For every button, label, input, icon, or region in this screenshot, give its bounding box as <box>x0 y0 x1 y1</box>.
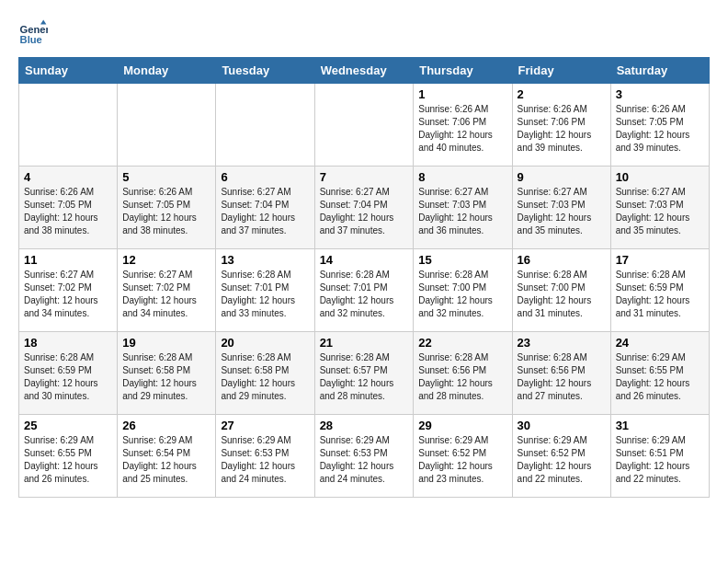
day-info: Sunrise: 6:27 AM Sunset: 7:03 PM Dayligh… <box>418 186 506 237</box>
calendar-table: SundayMondayTuesdayWednesdayThursdayFrid… <box>18 57 710 498</box>
day-cell: 3Sunrise: 6:26 AM Sunset: 7:05 PM Daylig… <box>610 84 709 167</box>
day-info: Sunrise: 6:27 AM Sunset: 7:04 PM Dayligh… <box>221 186 309 237</box>
day-cell: 7Sunrise: 6:27 AM Sunset: 7:04 PM Daylig… <box>314 167 414 249</box>
day-number: 1 <box>418 87 506 101</box>
day-info: Sunrise: 6:29 AM Sunset: 6:53 PM Dayligh… <box>320 434 409 486</box>
day-info: Sunrise: 6:27 AM Sunset: 7:03 PM Dayligh… <box>616 186 704 237</box>
day-cell: 22Sunrise: 6:28 AM Sunset: 6:56 PM Dayli… <box>414 332 512 415</box>
weekday-tuesday: Tuesday <box>216 58 314 84</box>
day-cell: 26Sunrise: 6:29 AM Sunset: 6:54 PM Dayli… <box>118 415 216 498</box>
day-cell: 12Sunrise: 6:27 AM Sunset: 7:02 PM Dayli… <box>118 249 216 332</box>
day-info: Sunrise: 6:27 AM Sunset: 7:04 PM Dayligh… <box>320 186 409 237</box>
day-info: Sunrise: 6:28 AM Sunset: 6:56 PM Dayligh… <box>518 351 606 403</box>
day-cell: 15Sunrise: 6:28 AM Sunset: 7:00 PM Dayli… <box>414 249 512 332</box>
day-cell: 25Sunrise: 6:29 AM Sunset: 6:55 PM Dayli… <box>19 415 118 498</box>
day-number: 22 <box>418 336 506 350</box>
day-cell: 17Sunrise: 6:28 AM Sunset: 6:59 PM Dayli… <box>610 249 709 332</box>
day-number: 10 <box>616 170 704 184</box>
day-info: Sunrise: 6:29 AM Sunset: 6:52 PM Dayligh… <box>418 434 506 486</box>
day-number: 2 <box>518 87 606 101</box>
day-cell: 9Sunrise: 6:27 AM Sunset: 7:03 PM Daylig… <box>512 167 610 249</box>
day-number: 19 <box>122 336 210 350</box>
day-cell: 1Sunrise: 6:26 AM Sunset: 7:06 PM Daylig… <box>414 84 512 167</box>
week-row-3: 11Sunrise: 6:27 AM Sunset: 7:02 PM Dayli… <box>19 249 710 332</box>
day-info: Sunrise: 6:26 AM Sunset: 7:05 PM Dayligh… <box>616 103 704 155</box>
day-number: 23 <box>518 336 606 350</box>
day-info: Sunrise: 6:28 AM Sunset: 6:59 PM Dayligh… <box>616 269 704 320</box>
day-info: Sunrise: 6:28 AM Sunset: 6:58 PM Dayligh… <box>221 351 309 403</box>
day-cell: 11Sunrise: 6:27 AM Sunset: 7:02 PM Dayli… <box>19 249 118 332</box>
day-info: Sunrise: 6:29 AM Sunset: 6:55 PM Dayligh… <box>24 434 112 486</box>
day-number: 24 <box>616 336 704 350</box>
weekday-sunday: Sunday <box>19 58 118 84</box>
day-info: Sunrise: 6:28 AM Sunset: 6:57 PM Dayligh… <box>320 351 409 403</box>
day-cell: 2Sunrise: 6:26 AM Sunset: 7:06 PM Daylig… <box>512 84 610 167</box>
day-cell: 24Sunrise: 6:29 AM Sunset: 6:55 PM Dayli… <box>610 332 709 415</box>
day-number: 27 <box>221 419 309 432</box>
day-cell <box>118 84 216 167</box>
day-cell: 16Sunrise: 6:28 AM Sunset: 7:00 PM Dayli… <box>512 249 610 332</box>
day-number: 7 <box>320 170 409 184</box>
day-info: Sunrise: 6:26 AM Sunset: 7:05 PM Dayligh… <box>24 186 112 237</box>
day-cell: 18Sunrise: 6:28 AM Sunset: 6:59 PM Dayli… <box>19 332 118 415</box>
day-info: Sunrise: 6:26 AM Sunset: 7:05 PM Dayligh… <box>122 186 210 237</box>
day-cell: 19Sunrise: 6:28 AM Sunset: 6:58 PM Dayli… <box>118 332 216 415</box>
day-cell: 5Sunrise: 6:26 AM Sunset: 7:05 PM Daylig… <box>118 167 216 249</box>
svg-marker-2 <box>40 20 46 25</box>
day-number: 15 <box>418 253 506 267</box>
week-row-1: 1Sunrise: 6:26 AM Sunset: 7:06 PM Daylig… <box>19 84 710 167</box>
day-info: Sunrise: 6:28 AM Sunset: 7:00 PM Dayligh… <box>518 269 606 320</box>
day-number: 5 <box>122 170 210 184</box>
logo-icon: General Blue <box>18 18 48 48</box>
day-number: 9 <box>518 170 606 184</box>
day-cell: 20Sunrise: 6:28 AM Sunset: 6:58 PM Dayli… <box>216 332 314 415</box>
day-info: Sunrise: 6:29 AM Sunset: 6:52 PM Dayligh… <box>518 434 606 486</box>
svg-text:General: General <box>20 24 48 35</box>
day-info: Sunrise: 6:29 AM Sunset: 6:51 PM Dayligh… <box>616 434 704 486</box>
day-info: Sunrise: 6:28 AM Sunset: 7:01 PM Dayligh… <box>320 269 409 320</box>
day-cell: 10Sunrise: 6:27 AM Sunset: 7:03 PM Dayli… <box>610 167 709 249</box>
day-cell: 13Sunrise: 6:28 AM Sunset: 7:01 PM Dayli… <box>216 249 314 332</box>
day-cell: 8Sunrise: 6:27 AM Sunset: 7:03 PM Daylig… <box>414 167 512 249</box>
day-number: 20 <box>221 336 309 350</box>
day-number: 29 <box>418 419 506 432</box>
day-info: Sunrise: 6:29 AM Sunset: 6:54 PM Dayligh… <box>122 434 210 486</box>
day-info: Sunrise: 6:29 AM Sunset: 6:53 PM Dayligh… <box>221 434 309 486</box>
day-cell: 30Sunrise: 6:29 AM Sunset: 6:52 PM Dayli… <box>512 415 610 498</box>
day-cell <box>216 84 314 167</box>
day-number: 4 <box>24 170 112 184</box>
day-number: 13 <box>221 253 309 267</box>
day-number: 18 <box>24 336 112 350</box>
day-cell: 21Sunrise: 6:28 AM Sunset: 6:57 PM Dayli… <box>314 332 414 415</box>
day-info: Sunrise: 6:27 AM Sunset: 7:03 PM Dayligh… <box>518 186 606 237</box>
day-info: Sunrise: 6:28 AM Sunset: 6:59 PM Dayligh… <box>24 351 112 403</box>
day-cell: 27Sunrise: 6:29 AM Sunset: 6:53 PM Dayli… <box>216 415 314 498</box>
day-cell <box>314 84 414 167</box>
day-info: Sunrise: 6:28 AM Sunset: 6:56 PM Dayligh… <box>418 351 506 403</box>
day-info: Sunrise: 6:28 AM Sunset: 7:00 PM Dayligh… <box>418 269 506 320</box>
day-cell: 29Sunrise: 6:29 AM Sunset: 6:52 PM Dayli… <box>414 415 512 498</box>
day-number: 14 <box>320 253 409 267</box>
day-cell: 28Sunrise: 6:29 AM Sunset: 6:53 PM Dayli… <box>314 415 414 498</box>
day-number: 16 <box>518 253 606 267</box>
day-info: Sunrise: 6:28 AM Sunset: 7:01 PM Dayligh… <box>221 269 309 320</box>
day-number: 8 <box>418 170 506 184</box>
page-header: General Blue <box>18 18 710 48</box>
day-number: 26 <box>122 419 210 432</box>
weekday-friday: Friday <box>512 58 610 84</box>
day-number: 28 <box>320 419 409 432</box>
day-info: Sunrise: 6:28 AM Sunset: 6:58 PM Dayligh… <box>122 351 210 403</box>
week-row-5: 25Sunrise: 6:29 AM Sunset: 6:55 PM Dayli… <box>19 415 710 498</box>
weekday-monday: Monday <box>118 58 216 84</box>
day-cell: 31Sunrise: 6:29 AM Sunset: 6:51 PM Dayli… <box>610 415 709 498</box>
day-number: 25 <box>24 419 112 432</box>
weekday-saturday: Saturday <box>610 58 709 84</box>
day-cell: 4Sunrise: 6:26 AM Sunset: 7:05 PM Daylig… <box>19 167 118 249</box>
day-number: 17 <box>616 253 704 267</box>
day-info: Sunrise: 6:27 AM Sunset: 7:02 PM Dayligh… <box>122 269 210 320</box>
day-number: 11 <box>24 253 112 267</box>
day-number: 21 <box>320 336 409 350</box>
week-row-4: 18Sunrise: 6:28 AM Sunset: 6:59 PM Dayli… <box>19 332 710 415</box>
day-cell <box>19 84 118 167</box>
weekday-wednesday: Wednesday <box>314 58 414 84</box>
